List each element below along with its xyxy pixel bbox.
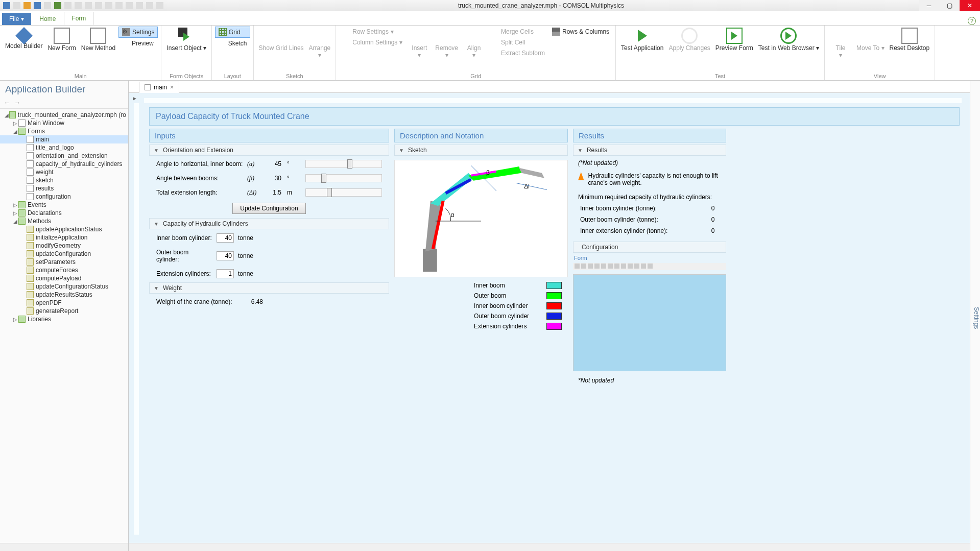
grid-button[interactable]: Grid (215, 27, 250, 38)
model-builder-button[interactable]: Model Builder (3, 27, 44, 51)
tree-form-weight[interactable]: weight (0, 168, 128, 176)
extension-slider[interactable] (305, 188, 382, 197)
form-icon (145, 84, 151, 90)
qat-extra2-icon[interactable] (136, 2, 143, 9)
config-3d-view[interactable] (573, 274, 726, 371)
qat-extra1-icon[interactable] (126, 2, 133, 9)
field-inner-cyl: Inner boom cylinder: tonne (149, 231, 389, 245)
qat-save-icon[interactable] (34, 2, 41, 9)
sketch-header[interactable]: ▼Sketch (394, 145, 568, 156)
collapse-icon[interactable] (25, 99, 32, 106)
new-method-button[interactable]: New Method (79, 27, 117, 53)
results-title: Results (573, 129, 726, 142)
tab-main-form[interactable]: main × (139, 82, 179, 93)
file-menu[interactable]: File▾ (2, 13, 31, 25)
ext-cyl-input[interactable] (217, 269, 234, 278)
canvas-scrollbar[interactable] (129, 543, 970, 551)
insert-object-button[interactable]: Insert Object ▾ (164, 27, 208, 53)
gear-icon: ⚙ (122, 28, 130, 36)
show-grid-lines-button: Show Grid Lines (257, 27, 306, 53)
tree-method-item[interactable]: updateApplicationStatus (0, 225, 128, 233)
column-icon (342, 38, 350, 46)
angle-inner-slider[interactable] (305, 160, 382, 168)
test-application-button[interactable]: Test Application (619, 27, 665, 53)
capacity-header[interactable]: ▼Capacity of Hydraulic Cylinders (149, 218, 389, 229)
ribbon: Model Builder New Form New Method ⚙Setti… (0, 26, 980, 81)
tree-form-results[interactable]: results (0, 184, 128, 193)
row-icon (342, 28, 350, 36)
update-configuration-button[interactable]: Update Configuration (232, 203, 305, 214)
legend-ext-cyl: Extension cylinders (394, 322, 568, 330)
tree-method-item[interactable]: setParameters (0, 258, 128, 266)
tree-form-orientation[interactable]: orientation_and_extension (0, 152, 128, 160)
tree-method-item[interactable]: openPDF (0, 299, 128, 307)
close-button[interactable]: ✕ (960, 0, 980, 11)
qat-redo-icon[interactable] (75, 2, 82, 9)
tree-main-window[interactable]: ▷Main Window (0, 119, 128, 127)
tree-form-main[interactable]: main (0, 135, 128, 143)
config-header[interactable]: Configuration (573, 242, 726, 253)
tab-home[interactable]: Home (32, 13, 63, 25)
maximize-button[interactable]: ▢ (939, 0, 960, 11)
test-web-button[interactable]: Test in Web Browser ▾ (756, 27, 821, 53)
legend-outer-boom: Outer boom (394, 292, 568, 300)
tree-method-item[interactable]: modifyGeometry (0, 242, 128, 250)
res-outer: Outer boom cylinder (tonne):0 (573, 215, 726, 224)
sketch-button[interactable]: Sketch (215, 38, 250, 49)
tree-root[interactable]: ◢truck_mounted_crane_analyzer.mph (ro (0, 111, 128, 119)
tree-form-title[interactable]: title_and_logo (0, 143, 128, 152)
results-header[interactable]: ▼Results (573, 145, 726, 156)
tree-method-item[interactable]: updateConfiguration (0, 250, 128, 258)
minimize-button[interactable]: ─ (919, 0, 939, 11)
weight-header[interactable]: ▼Weight (149, 282, 389, 294)
tab-form[interactable]: Form (64, 12, 93, 25)
settings-button[interactable]: ⚙Settings (118, 27, 158, 38)
qat-new-icon[interactable] (13, 2, 20, 9)
qat-extra3-icon[interactable] (146, 2, 153, 9)
design-surface[interactable]: ▸ Payload Capacity of Truck Mounted Cran… (129, 93, 970, 543)
expand-icon[interactable] (35, 99, 42, 106)
qat-cut-icon[interactable] (105, 2, 112, 9)
outer-cyl-input[interactable] (217, 251, 234, 260)
not-updated-note: (*Not updated) (573, 158, 726, 168)
qat-run-icon[interactable] (54, 2, 61, 9)
qat-undo-icon[interactable] (64, 2, 71, 9)
tree-method-item[interactable]: computePayload (0, 274, 128, 282)
qat-copy-icon[interactable] (85, 2, 92, 9)
tree-method-item[interactable]: updateConfigurationStatus (0, 282, 128, 291)
preview-form-button[interactable]: Preview Form (713, 27, 755, 53)
warning-text: Hydraulic cylinders' capacity is not eno… (588, 172, 721, 186)
angle-between-slider[interactable] (305, 174, 382, 182)
tree-methods[interactable]: ◢Methods (0, 217, 128, 225)
tree-form-sketch[interactable]: sketch (0, 176, 128, 184)
tree-form-capacity[interactable]: capacity_of_hydraulic_cylinders (0, 160, 128, 168)
qat-paste-icon[interactable] (95, 2, 102, 9)
preview-button[interactable]: Preview (118, 38, 158, 49)
ruler-marker: ▸ (133, 94, 136, 102)
left-scrollbar[interactable] (0, 543, 128, 551)
close-icon[interactable]: × (170, 84, 174, 91)
orientation-header[interactable]: ▼Orientation and Extension (149, 145, 389, 156)
qat-saveall-icon[interactable] (44, 2, 51, 9)
help-icon[interactable]: ? (968, 17, 976, 25)
tree-method-item[interactable]: updateResultsStatus (0, 291, 128, 299)
tree-method-item[interactable]: computeForces (0, 266, 128, 274)
qat-open-icon[interactable] (23, 2, 31, 9)
tree-method-item[interactable]: initializeApplication (0, 233, 128, 242)
tree-form-configuration[interactable]: configuration (0, 193, 128, 201)
tree-libraries[interactable]: ▷Libraries (0, 315, 128, 323)
new-form-button[interactable]: New Form (45, 27, 78, 53)
qat-extra4-icon[interactable] (156, 2, 163, 9)
back-icon[interactable]: ← (4, 99, 11, 106)
tree-method-item[interactable]: generateReport (0, 307, 128, 315)
rows-columns-button[interactable]: Rows & Columns (549, 27, 612, 37)
settings-strip[interactable]: Settings (970, 81, 980, 551)
reset-desktop-button[interactable]: Reset Desktop (888, 27, 932, 53)
inner-cyl-input[interactable] (217, 233, 234, 243)
legend-inner-boom: Inner boom (394, 281, 568, 290)
tree-forms[interactable]: ◢Forms (0, 127, 128, 135)
forward-icon[interactable]: → (14, 99, 21, 106)
qat-delete-icon[interactable] (115, 2, 123, 9)
tree-declarations[interactable]: ▷Declarations (0, 209, 128, 217)
tree-events[interactable]: ▷Events (0, 201, 128, 209)
